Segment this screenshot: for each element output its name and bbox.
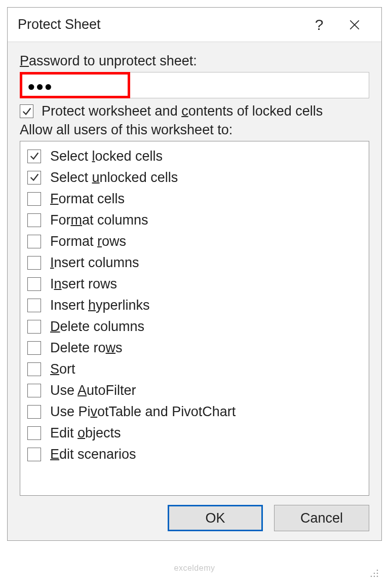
permission-option[interactable]: Sort <box>27 358 365 380</box>
permission-label: Delete columns <box>50 319 144 335</box>
check-icon <box>29 172 40 183</box>
password-label: Password to unprotect sheet: <box>20 53 369 69</box>
help-button[interactable]: ? <box>301 10 337 40</box>
permission-label: Sort <box>50 361 75 377</box>
permission-option[interactable]: Use AutoFilter <box>27 380 365 401</box>
permission-checkbox[interactable] <box>27 256 41 270</box>
permission-label: Format columns <box>50 212 148 228</box>
permission-option[interactable]: Format columns <box>27 209 365 231</box>
permission-option[interactable]: Insert columns <box>27 252 365 273</box>
permission-checkbox[interactable] <box>27 362 41 376</box>
permission-option[interactable]: Insert rows <box>27 273 365 295</box>
permission-checkbox[interactable] <box>27 448 41 461</box>
close-icon <box>348 18 361 31</box>
permission-checkbox[interactable] <box>27 277 41 291</box>
permission-label: Select locked cells <box>50 149 163 164</box>
permission-option[interactable]: Select unlocked cells <box>27 167 365 188</box>
permission-option[interactable]: Select locked cells <box>27 145 365 167</box>
permission-option[interactable]: Edit objects <box>27 422 365 444</box>
permission-option[interactable]: Format cells <box>27 188 365 209</box>
cancel-button[interactable]: Cancel <box>274 505 369 531</box>
titlebar: Protect Sheet ? <box>8 8 381 42</box>
permission-checkbox[interactable] <box>27 213 41 227</box>
permission-option[interactable]: Delete rows <box>27 337 365 358</box>
protect-contents-checkbox-row[interactable]: Protect worksheet and contents of locked… <box>20 103 369 119</box>
dialog-title: Protect Sheet <box>18 17 301 32</box>
protect-contents-label: Protect worksheet and contents of locked… <box>42 103 323 119</box>
password-row: ●●● <box>20 72 369 98</box>
password-input-extend[interactable] <box>130 72 369 98</box>
permission-checkbox[interactable] <box>27 405 41 419</box>
allow-users-label: Allow all users of this worksheet to: <box>20 122 369 138</box>
permission-checkbox[interactable] <box>27 320 41 334</box>
permission-label: Edit objects <box>50 425 121 441</box>
permission-label: Edit scenarios <box>50 447 136 462</box>
permission-checkbox[interactable] <box>27 235 41 248</box>
permission-option[interactable]: Use PivotTable and PivotChart <box>27 401 365 422</box>
check-icon <box>21 106 32 117</box>
permission-label: Delete rows <box>50 340 123 356</box>
permission-option[interactable]: Delete columns <box>27 316 365 337</box>
check-icon <box>29 151 40 162</box>
permission-checkbox[interactable] <box>27 341 41 355</box>
dialog-footer: OK Cancel <box>20 496 369 531</box>
close-button[interactable] <box>337 10 372 40</box>
ok-button[interactable]: OK <box>168 505 263 531</box>
dialog-body: Password to unprotect sheet: ●●● Protect… <box>8 42 381 540</box>
permission-label: Use AutoFilter <box>50 383 136 398</box>
protect-sheet-dialog: Protect Sheet ? Password to unprotect sh… <box>7 7 382 541</box>
permission-checkbox[interactable] <box>27 192 41 206</box>
permission-label: Use PivotTable and PivotChart <box>50 404 236 420</box>
password-input[interactable]: ●●● <box>20 72 130 98</box>
permission-option[interactable]: Format rows <box>27 231 365 252</box>
permission-option[interactable]: Insert hyperlinks <box>27 295 365 316</box>
permission-checkbox[interactable] <box>27 171 41 185</box>
permissions-listbox[interactable]: Select locked cellsSelect unlocked cells… <box>20 141 369 496</box>
permission-label: Format rows <box>50 234 126 249</box>
permission-label: Insert columns <box>50 255 139 271</box>
permission-checkbox[interactable] <box>27 426 41 440</box>
permission-label: Insert rows <box>50 276 117 292</box>
permission-label: Select unlocked cells <box>50 170 178 186</box>
permission-label: Format cells <box>50 191 125 207</box>
permission-checkbox[interactable] <box>27 150 41 163</box>
permission-option[interactable]: Edit scenarios <box>27 444 365 465</box>
permission-checkbox[interactable] <box>27 384 41 397</box>
protect-contents-checkbox[interactable] <box>20 104 33 118</box>
permission-label: Insert hyperlinks <box>50 298 150 313</box>
permission-checkbox[interactable] <box>27 299 41 312</box>
